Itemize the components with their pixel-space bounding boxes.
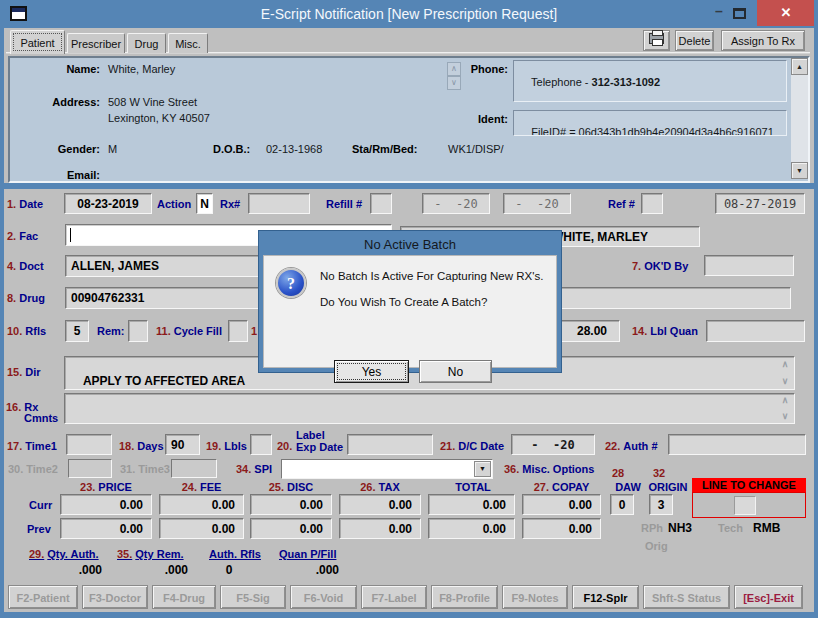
dc-date-label: 21.D/C Date	[440, 440, 504, 452]
curr-total[interactable]: 0.00	[428, 494, 515, 515]
action-label: Action	[157, 198, 191, 210]
close-button[interactable]: ✕	[757, 0, 815, 26]
fac-label: 2.Fac	[7, 230, 38, 242]
ident-value: FileID# = 06d343b1db9b4e20904d3a4b6c9160…	[531, 126, 774, 136]
daw-num: 28	[612, 467, 624, 479]
blank-date-field-2[interactable]: - -20	[503, 193, 571, 214]
label-exp-date-input[interactable]	[347, 434, 433, 455]
cmnts-scroll-up-icon[interactable]: ∧	[779, 396, 791, 405]
cmnts-scroll-down-icon[interactable]: ∨	[779, 412, 791, 421]
qty-auth-value: .000	[54, 563, 102, 577]
dir-scroll-up-icon[interactable]: ∧	[779, 360, 791, 369]
scroll-up-icon[interactable]: ▲	[791, 58, 808, 75]
fkey-f5-sig[interactable]: F5-Sig	[220, 585, 286, 609]
maximize-icon[interactable]	[733, 8, 746, 19]
spin-down-icon[interactable]: ∨	[447, 76, 461, 90]
fkey-f4-drug[interactable]: F4-Drug	[152, 585, 216, 609]
assign-to-rx-button[interactable]: Assign To Rx	[721, 30, 805, 51]
prev-tax[interactable]: 0.00	[339, 518, 421, 539]
gender-label: Gender:	[18, 143, 100, 155]
fkey-esc-exit[interactable]: [Esc]-Exit	[734, 585, 803, 609]
spi-label: 34.SPI	[236, 463, 272, 475]
label-exp-line1: Label	[296, 429, 325, 441]
future-date-field[interactable]: 08-27-2019	[715, 193, 805, 214]
dob-value: 02-13-1968	[266, 143, 322, 155]
text-cursor	[70, 228, 71, 242]
rem-input[interactable]	[128, 320, 148, 342]
fkey-f6-void[interactable]: F6-Void	[290, 585, 357, 609]
drug-label: 8.Drug	[7, 292, 45, 304]
line-to-change-input[interactable]	[734, 496, 756, 515]
tab-prescriber[interactable]: Prescriber	[67, 33, 125, 53]
origin-input[interactable]: 3	[649, 494, 673, 515]
tab-drug[interactable]: Drug	[127, 33, 166, 53]
yes-button[interactable]: Yes	[334, 360, 409, 383]
scroll-down-icon[interactable]: ▼	[791, 162, 808, 179]
rx-cmnts-textarea[interactable]: ∧ ∨	[64, 393, 795, 424]
title-bar[interactable]: E-Script Notification [New Prescription …	[0, 0, 818, 28]
patient-panel-scrollbar[interactable]: ▲ ▼	[791, 58, 808, 179]
dc-date-input[interactable]: - -20	[511, 434, 595, 455]
delete-button[interactable]: Delete	[675, 30, 714, 51]
rfls-input[interactable]: 5	[65, 320, 89, 342]
line-to-change-banner: LINE TO CHANGE	[692, 478, 806, 492]
auth-input[interactable]	[668, 434, 806, 455]
fkey-f12-splr[interactable]: F12-Splr	[572, 585, 639, 609]
ident-field[interactable]: FileID# = 06d343b1db9b4e20904d3a4b6c9160…	[513, 110, 787, 136]
misc-options-label: 36.Misc. Options	[504, 463, 594, 475]
line-to-change-box	[692, 492, 806, 518]
spi-dropdown[interactable]: ▼	[281, 459, 493, 479]
dialog-message-1: No Batch Is Active For Capturing New RX'…	[320, 270, 543, 282]
ident-label: Ident:	[458, 113, 508, 125]
copay-header: 27.COPAY	[522, 481, 601, 493]
curr-tax[interactable]: 0.00	[339, 494, 421, 515]
date-input[interactable]: 08-23-2019	[64, 193, 152, 214]
lbls-input[interactable]	[250, 434, 272, 455]
prev-fee[interactable]: 0.00	[159, 518, 244, 539]
origin-header: ORIGIN	[647, 481, 689, 493]
refill-input[interactable]	[370, 193, 392, 214]
minimize-button[interactable]: –	[708, 3, 730, 23]
curr-copay[interactable]: 0.00	[522, 494, 601, 515]
ref-input[interactable]	[641, 193, 663, 214]
phone-type: Telephone -	[531, 76, 592, 88]
lbl-quan-input[interactable]	[706, 320, 805, 342]
curr-fee[interactable]: 0.00	[159, 494, 244, 515]
prev-total[interactable]: 0.00	[428, 518, 515, 539]
tab-misc[interactable]: Misc.	[168, 33, 208, 53]
dropdown-arrow-icon[interactable]: ▼	[474, 461, 491, 477]
fkey-shft-s-status[interactable]: Shft-S Status	[643, 585, 730, 609]
tab-patient[interactable]: Patient	[10, 30, 65, 54]
rph-label: RPh	[641, 522, 663, 534]
fkey-f9-notes[interactable]: F9-Notes	[502, 585, 568, 609]
phone-field[interactable]: Telephone - 312-313-1092	[513, 60, 787, 102]
address-line2: Lexington, KY 40507	[108, 112, 210, 124]
prev-disc[interactable]: 0.00	[250, 518, 332, 539]
fkey-f7-label[interactable]: F7-Label	[361, 585, 427, 609]
rx-number-input[interactable]	[248, 193, 310, 214]
prev-copay[interactable]: 0.00	[522, 518, 601, 539]
fkey-f8-profile[interactable]: F8-Profile	[431, 585, 498, 609]
no-button[interactable]: No	[419, 360, 492, 383]
fkey-f2-patient[interactable]: F2-Patient	[8, 585, 78, 609]
curr-price[interactable]: 0.00	[60, 494, 152, 515]
action-input[interactable]: N	[196, 193, 213, 214]
lbls-label: 19.Lbls	[206, 440, 247, 452]
days-input[interactable]: 90	[165, 434, 200, 455]
prev-price[interactable]: 0.00	[60, 518, 152, 539]
origin-num: 32	[653, 467, 665, 479]
blank-date-field-1[interactable]: - -20	[422, 193, 490, 214]
address-line1: 508 W Vine Street	[108, 96, 197, 108]
dir-scroll-down-icon[interactable]: ∨	[779, 377, 791, 386]
tech-initials: RMB	[753, 521, 780, 535]
fkey-f3-doctor[interactable]: F3-Doctor	[82, 585, 148, 609]
sta-rm-bed-label: Sta/Rm/Bed:	[352, 143, 417, 155]
daw-input[interactable]: 0	[610, 494, 634, 515]
disc-header: 25.DISC	[250, 481, 332, 493]
cycle-fill-input[interactable]	[228, 320, 248, 342]
curr-disc[interactable]: 0.00	[250, 494, 332, 515]
time3-input	[171, 459, 217, 478]
time1-input[interactable]	[66, 434, 112, 455]
window-border-left	[0, 0, 4, 618]
okd-by-input[interactable]	[704, 255, 794, 276]
